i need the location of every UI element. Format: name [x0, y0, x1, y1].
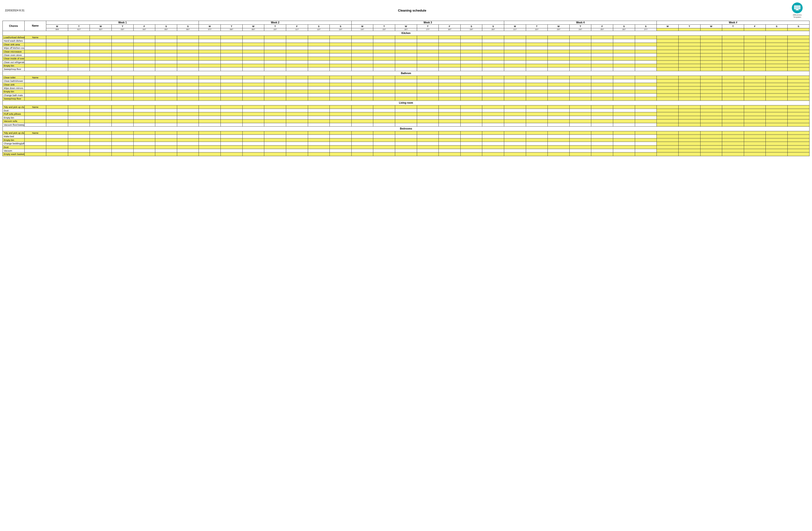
day-cell[interactable]	[395, 149, 417, 152]
day-cell[interactable]	[351, 43, 373, 46]
day-cell[interactable]	[112, 120, 134, 123]
day-cell[interactable]	[90, 79, 112, 83]
day-cell[interactable]	[177, 135, 199, 138]
day-cell[interactable]	[46, 36, 68, 39]
day-cell[interactable]	[482, 36, 504, 39]
day-cell[interactable]	[548, 138, 570, 142]
day-cell[interactable]	[199, 142, 221, 145]
day-cell[interactable]	[133, 68, 155, 71]
day-cell[interactable]	[264, 152, 286, 156]
day-cell[interactable]	[351, 53, 373, 57]
day-cell[interactable]	[68, 90, 90, 93]
day-cell[interactable]	[373, 123, 395, 126]
day-cell[interactable]	[308, 90, 330, 93]
day-cell[interactable]	[155, 142, 177, 145]
day-cell[interactable]	[657, 116, 679, 119]
day-cell[interactable]	[242, 64, 264, 68]
day-cell[interactable]	[155, 97, 177, 100]
day-cell[interactable]	[417, 138, 439, 142]
day-cell[interactable]	[308, 43, 330, 46]
day-cell[interactable]	[395, 36, 417, 39]
day-cell[interactable]	[90, 135, 112, 138]
day-cell[interactable]	[46, 152, 68, 156]
day-cell[interactable]	[613, 152, 635, 156]
day-cell[interactable]	[308, 53, 330, 57]
day-cell[interactable]	[46, 105, 68, 109]
day-cell[interactable]	[766, 116, 788, 119]
day-cell[interactable]	[242, 83, 264, 86]
day-cell[interactable]	[90, 120, 112, 123]
day-cell[interactable]	[460, 138, 482, 142]
day-cell[interactable]	[68, 123, 90, 126]
day-cell[interactable]	[744, 112, 766, 116]
day-cell[interactable]	[133, 152, 155, 156]
day-cell[interactable]	[569, 64, 591, 68]
day-cell[interactable]	[657, 120, 679, 123]
day-cell[interactable]	[221, 36, 243, 39]
day-cell[interactable]	[504, 109, 526, 112]
day-cell[interactable]	[657, 131, 679, 135]
day-cell[interactable]	[417, 135, 439, 138]
day-cell[interactable]	[155, 138, 177, 142]
day-cell[interactable]	[482, 60, 504, 64]
day-cell[interactable]	[657, 50, 679, 53]
day-cell[interactable]	[787, 116, 809, 119]
day-cell[interactable]	[351, 90, 373, 93]
day-cell[interactable]	[46, 135, 68, 138]
day-cell[interactable]	[90, 60, 112, 64]
day-cell[interactable]	[90, 149, 112, 152]
day-cell[interactable]	[439, 60, 461, 64]
day-cell[interactable]	[46, 60, 68, 64]
day-cell[interactable]	[199, 135, 221, 138]
day-cell[interactable]	[264, 97, 286, 100]
day-cell[interactable]	[133, 135, 155, 138]
day-cell[interactable]	[242, 79, 264, 83]
day-cell[interactable]	[286, 46, 308, 50]
day-cell[interactable]	[460, 50, 482, 53]
day-cell[interactable]	[221, 53, 243, 57]
day-cell[interactable]	[242, 36, 264, 39]
day-cell[interactable]	[744, 60, 766, 64]
day-cell[interactable]	[657, 97, 679, 100]
day-cell[interactable]	[68, 131, 90, 135]
day-cell[interactable]	[657, 43, 679, 46]
day-cell[interactable]	[591, 57, 613, 60]
day-cell[interactable]	[700, 75, 722, 79]
day-cell[interactable]	[373, 97, 395, 100]
day-cell[interactable]	[526, 93, 548, 97]
day-cell[interactable]	[417, 145, 439, 149]
day-cell[interactable]	[526, 36, 548, 39]
day-cell[interactable]	[766, 53, 788, 57]
day-cell[interactable]	[155, 60, 177, 64]
day-cell[interactable]	[373, 120, 395, 123]
day-cell[interactable]	[68, 86, 90, 90]
day-cell[interactable]	[286, 90, 308, 93]
day-cell[interactable]	[678, 109, 700, 112]
day-cell[interactable]	[526, 68, 548, 71]
day-cell[interactable]	[90, 116, 112, 119]
day-cell[interactable]	[90, 109, 112, 112]
day-cell[interactable]	[395, 112, 417, 116]
day-cell[interactable]	[613, 145, 635, 149]
day-cell[interactable]	[264, 112, 286, 116]
day-cell[interactable]	[548, 75, 570, 79]
day-cell[interactable]	[286, 50, 308, 53]
day-cell[interactable]	[46, 149, 68, 152]
day-cell[interactable]	[439, 105, 461, 109]
day-cell[interactable]	[744, 152, 766, 156]
day-cell[interactable]	[177, 112, 199, 116]
day-cell[interactable]	[526, 64, 548, 68]
day-cell[interactable]	[439, 97, 461, 100]
day-cell[interactable]	[591, 149, 613, 152]
day-cell[interactable]	[155, 86, 177, 90]
day-cell[interactable]	[155, 135, 177, 138]
day-cell[interactable]	[308, 46, 330, 50]
day-cell[interactable]	[417, 97, 439, 100]
day-cell[interactable]	[569, 131, 591, 135]
day-cell[interactable]	[68, 43, 90, 46]
day-cell[interactable]	[482, 86, 504, 90]
day-cell[interactable]	[373, 116, 395, 119]
day-cell[interactable]	[504, 120, 526, 123]
day-cell[interactable]	[351, 64, 373, 68]
day-cell[interactable]	[613, 138, 635, 142]
